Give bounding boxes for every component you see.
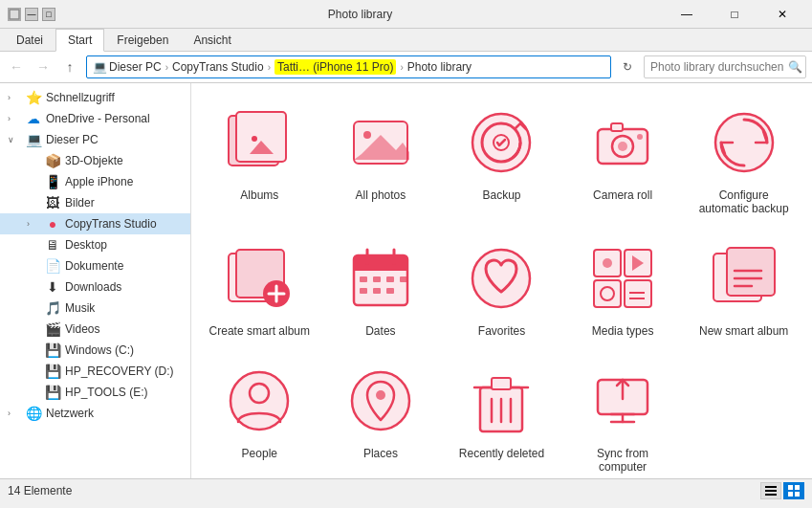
sidebar-item-apple-iphone[interactable]: 📱 Apple iPhone: [0, 171, 190, 192]
sidebar-item-netzwerk[interactable]: › 🌐 Netzwerk: [0, 403, 190, 424]
sidebar-label: Dokumente: [65, 259, 123, 273]
svg-rect-69: [788, 492, 793, 497]
all-photos-label: All photos: [356, 188, 406, 202]
dieser-pc-icon: 💻: [93, 60, 107, 74]
search-icon: 🔍: [788, 60, 802, 74]
svg-point-8: [363, 131, 371, 139]
svg-point-34: [472, 250, 530, 307]
window-controls-left: — □: [8, 8, 55, 21]
svg-rect-65: [765, 490, 777, 492]
grid-item-favorites[interactable]: Favorites: [445, 231, 559, 345]
sidebar-item-downloads[interactable]: ⬇ Downloads: [0, 276, 190, 298]
iphone-icon: 📱: [44, 174, 61, 189]
svg-rect-28: [373, 276, 381, 282]
svg-point-52: [376, 390, 385, 400]
grid-item-camera-roll[interactable]: Camera roll: [566, 95, 680, 223]
grid-item-dates[interactable]: Dates: [324, 231, 438, 345]
dieser-pc-label: Dieser PC: [109, 60, 162, 74]
media-types-label: Media types: [592, 324, 654, 338]
content-grid: Albums All photos: [203, 95, 801, 478]
places-label: Places: [363, 447, 398, 460]
sidebar-label: Desktop: [65, 238, 107, 252]
tab-ansicht[interactable]: Ansicht: [181, 29, 243, 51]
desktop-icon: 🖥: [44, 237, 61, 253]
sidebar-item-dieser-pc[interactable]: ∨ 💻 Dieser PC: [0, 129, 190, 150]
breadcrumb-copytrans[interactable]: CopyTrans Studio: [172, 60, 264, 74]
forward-button[interactable]: →: [33, 56, 54, 77]
sidebar-item-onedrive[interactable]: › ☁ OneDrive - Personal: [0, 108, 190, 129]
tab-freigeben[interactable]: Freigeben: [104, 29, 181, 51]
tab-datei[interactable]: Datei: [4, 29, 55, 51]
sidebar-item-schnellzugriff[interactable]: › ⭐ Schnellzugriff: [0, 87, 190, 108]
maximize-button[interactable]: □: [713, 0, 757, 29]
grid-item-people[interactable]: People: [203, 353, 317, 478]
svg-rect-0: [10, 10, 19, 19]
favorites-icon: [463, 240, 539, 317]
sidebar-label: Schnellzugriff: [46, 91, 115, 104]
sidebar-item-videos[interactable]: 🎬 Videos: [0, 319, 190, 340]
favorites-label: Favorites: [478, 324, 525, 338]
breadcrumb-dieser-pc[interactable]: 💻 Dieser PC: [93, 60, 162, 74]
properties-btn[interactable]: □: [42, 8, 55, 21]
camera-roll-label: Camera roll: [593, 188, 652, 202]
close-button[interactable]: ✕: [760, 0, 804, 29]
grid-item-media-types[interactable]: Media types: [566, 231, 680, 345]
grid-item-new-smart-album[interactable]: New smart album: [687, 231, 801, 345]
svg-rect-68: [795, 485, 800, 490]
sidebar-item-hp-recovery[interactable]: 💾 HP_RECOVERY (D:): [0, 361, 190, 382]
breadcrumb-photolibrary[interactable]: Photo library: [407, 60, 472, 74]
grid-item-create-smart-album[interactable]: Create smart album: [203, 231, 317, 345]
schnellzugriff-icon: ⭐: [25, 90, 42, 105]
minimize-button[interactable]: —: [665, 0, 709, 29]
all-photos-icon: [342, 104, 419, 181]
albums-icon: [221, 104, 297, 181]
grid-item-places[interactable]: Places: [324, 353, 438, 478]
address-bar: ← → ↑ 💻 Dieser PC › CopyTrans Studio › T…: [0, 52, 812, 83]
create-smart-album-icon: [221, 240, 297, 317]
grid-item-all-photos[interactable]: All photos: [324, 95, 438, 223]
refresh-button[interactable]: ↻: [617, 56, 638, 77]
arrow-3: ›: [400, 62, 403, 73]
dokumente-icon: 📄: [44, 258, 61, 274]
sync-from-computer-icon: [584, 363, 661, 439]
sidebar-label: Downloads: [65, 280, 121, 294]
breadcrumb-iphone[interactable]: Tatti… (iPhone 11 Pro): [274, 59, 396, 75]
grid-item-recently-deleted[interactable]: Recently deleted: [445, 353, 559, 478]
back-button[interactable]: ←: [6, 56, 27, 77]
window-icon: [8, 8, 21, 21]
sidebar-label: Videos: [65, 322, 99, 336]
search-input[interactable]: [650, 60, 784, 74]
svg-point-39: [603, 258, 612, 268]
configure-backup-label: Configure automatic backup: [692, 188, 795, 215]
grid-item-albums[interactable]: Albums: [203, 95, 317, 223]
sidebar-label: HP_TOOLS (E:): [65, 386, 147, 399]
sidebar-item-copytrans[interactable]: › ● CopyTrans Studio: [0, 213, 190, 234]
sidebar-item-dokumente[interactable]: 📄 Dokumente: [0, 255, 190, 276]
create-smart-album-label: Create smart album: [209, 324, 310, 338]
grid-view-button[interactable]: [783, 482, 804, 499]
status-bar: 14 Elemente: [0, 478, 812, 501]
sidebar-item-bilder[interactable]: 🖼 Bilder: [0, 192, 190, 213]
grid-item-configure-backup[interactable]: Configure automatic backup: [687, 95, 801, 223]
up-button[interactable]: ↑: [59, 56, 80, 77]
sidebar-item-desktop[interactable]: 🖥 Desktop: [0, 234, 190, 255]
sidebar-item-3d-objekte[interactable]: 📦 3D-Objekte: [0, 150, 190, 171]
sidebar-item-windows-c[interactable]: 💾 Windows (C:): [0, 340, 190, 361]
grid-item-sync-from-computer[interactable]: Sync from computer: [566, 353, 680, 478]
drive-e-icon: 💾: [44, 385, 61, 400]
list-view-button[interactable]: [760, 482, 781, 499]
sidebar-item-musik[interactable]: 🎵 Musik: [0, 298, 190, 319]
sidebar-item-hp-tools[interactable]: 💾 HP_TOOLS (E:): [0, 382, 190, 403]
sidebar-label: Windows (C:): [65, 343, 134, 357]
copytrans-label: CopyTrans Studio: [172, 60, 264, 74]
quick-access-btn[interactable]: —: [25, 8, 38, 21]
grid-item-backup[interactable]: Backup: [445, 95, 559, 223]
tab-start[interactable]: Start: [55, 29, 104, 52]
search-box[interactable]: 🔍: [644, 55, 806, 78]
backup-icon: [463, 104, 539, 181]
dates-icon: [342, 240, 419, 317]
expand-icon: ∨: [8, 135, 21, 144]
recently-deleted-label: Recently deleted: [459, 447, 544, 460]
address-box[interactable]: 💻 Dieser PC › CopyTrans Studio › Tatti… …: [86, 55, 611, 78]
svg-rect-29: [386, 276, 394, 282]
